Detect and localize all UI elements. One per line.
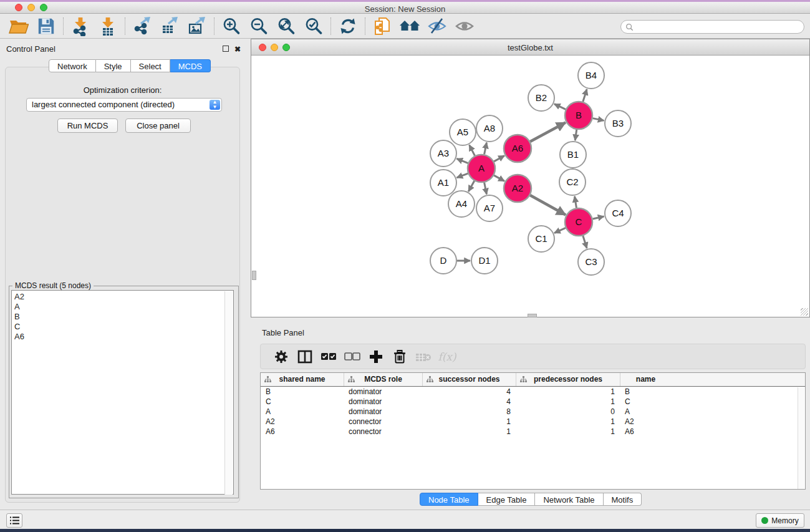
graph-edge-B-B3[interactable] — [593, 118, 604, 121]
delete-columns-icon[interactable] — [388, 347, 412, 366]
graph-edge-B-B2[interactable] — [554, 104, 566, 110]
graph-node-D[interactable]: D — [430, 248, 456, 274]
tab-network[interactable]: Network — [49, 59, 96, 72]
result-list-scrollbar[interactable] — [224, 291, 233, 495]
graph-node-C3[interactable]: C3 — [578, 249, 604, 275]
graph-node-A5[interactable]: A5 — [450, 119, 476, 145]
column-header-name[interactable]: name — [620, 373, 671, 386]
graph-edge-B-B4[interactable] — [583, 89, 587, 102]
graph-node-A7[interactable]: A7 — [476, 195, 503, 221]
graph-node-C2[interactable]: C2 — [559, 169, 586, 195]
table-cell[interactable]: A2 — [261, 417, 344, 427]
graph-edge-A-A7[interactable] — [485, 183, 487, 195]
table-row[interactable]: Bdominator41B — [261, 387, 805, 397]
column-header-predecessor-nodes[interactable]: predecessor nodes — [516, 373, 620, 386]
memory-button[interactable]: Memory — [756, 513, 804, 528]
table-cell[interactable]: dominator — [344, 397, 422, 407]
tab-motifs[interactable]: Motifs — [604, 493, 642, 506]
table-cell[interactable]: B — [261, 387, 344, 397]
select-all-icon[interactable] — [317, 347, 340, 366]
tab-mcds[interactable]: MCDS — [170, 59, 211, 72]
graph-edge-C-C4[interactable] — [592, 216, 604, 219]
run-mcds-button[interactable]: Run MCDS — [57, 118, 118, 133]
tab-style[interactable]: Style — [96, 59, 131, 72]
float-panel-icon[interactable] — [223, 45, 229, 54]
close-panel-button[interactable]: Close panel — [125, 118, 191, 133]
table-cell[interactable]: dominator — [344, 407, 422, 417]
graph-edge-A-A2[interactable] — [494, 175, 504, 181]
deselect-all-icon[interactable] — [340, 347, 364, 366]
copy-network-icon[interactable] — [369, 15, 396, 37]
graph-node-B2[interactable]: B2 — [528, 85, 554, 111]
table-cell[interactable]: 1 — [516, 417, 620, 427]
graph-edge-C-C1[interactable] — [554, 228, 566, 233]
mcds-result-item[interactable]: A6 — [14, 332, 233, 342]
graph-node-B4[interactable]: B4 — [578, 62, 604, 89]
table-cell[interactable]: B — [620, 387, 671, 397]
mcds-result-list[interactable]: A2ABCA6 — [11, 290, 234, 495]
import-table-icon[interactable] — [94, 15, 122, 37]
graph-edge-A-A6[interactable] — [494, 156, 504, 162]
graph-node-B3[interactable]: B3 — [605, 110, 631, 137]
table-row[interactable]: Adominator80A — [261, 407, 805, 417]
table-cell[interactable]: 1 — [422, 427, 516, 437]
table-row[interactable]: A2connector11A2 — [261, 417, 805, 427]
column-header-MCDS-role[interactable]: MCDS role — [344, 373, 422, 386]
graph-node-A8[interactable]: A8 — [476, 115, 503, 142]
table-cell[interactable]: dominator — [344, 387, 422, 397]
close-panel-icon[interactable]: ✖ — [234, 45, 241, 54]
table-cell[interactable]: 1 — [516, 387, 620, 397]
refresh-icon[interactable] — [334, 15, 362, 37]
export-network-icon[interactable] — [128, 15, 156, 37]
table-cell[interactable]: C — [620, 397, 671, 407]
zoom-out-icon[interactable] — [245, 15, 272, 37]
table-cell[interactable]: A — [261, 407, 344, 417]
show-details-icon[interactable] — [451, 15, 478, 37]
search-input[interactable] — [634, 21, 804, 32]
table-row[interactable]: Cdominator41C — [261, 397, 805, 407]
table-cell[interactable]: C — [261, 397, 344, 407]
graph-edge-A6-B[interactable] — [530, 122, 566, 142]
criterion-dropdown[interactable]: largest connected component (directed) ▲… — [26, 98, 222, 112]
graph-edge-A-A4[interactable] — [468, 181, 474, 191]
column-header-successor-nodes[interactable]: successor nodes — [422, 373, 516, 386]
zoom-fit-icon[interactable] — [272, 15, 300, 37]
window-resize-handle[interactable] — [801, 308, 808, 316]
graph-node-C[interactable]: C — [565, 208, 592, 236]
export-table-icon[interactable] — [156, 15, 183, 37]
table-cell[interactable]: 1 — [516, 427, 620, 437]
hide-details-icon[interactable] — [423, 15, 451, 37]
table-cell[interactable]: 0 — [516, 407, 620, 417]
network-canvas[interactable]: B4B2BB3A5A8A6A3B1AC2A1A2A4A7C4CC1C3DD1 — [251, 56, 809, 317]
import-network-icon[interactable] — [67, 15, 94, 37]
graph-node-A6[interactable]: A6 — [504, 135, 531, 162]
table-cell[interactable]: connector — [344, 427, 422, 437]
network-vertical-scrollbar[interactable] — [252, 271, 256, 280]
tab-node-table[interactable]: Node Table — [420, 493, 478, 506]
graph-node-C4[interactable]: C4 — [605, 200, 631, 226]
table-cell[interactable]: 8 — [422, 407, 516, 417]
graph-edge-A2-C[interactable] — [530, 195, 566, 215]
mcds-result-item[interactable]: B — [14, 312, 233, 322]
table-cell[interactable]: 1 — [422, 417, 516, 427]
table-cell[interactable]: 1 — [516, 397, 620, 407]
table-cell[interactable]: A — [620, 407, 671, 417]
mcds-result-item[interactable]: A — [14, 302, 233, 312]
zoom-in-icon[interactable] — [218, 15, 245, 37]
task-history-button[interactable] — [6, 513, 22, 528]
network-overview-icon[interactable] — [396, 15, 423, 37]
search-box[interactable] — [620, 20, 804, 34]
add-column-icon[interactable] — [364, 347, 388, 366]
graph-node-A4[interactable]: A4 — [448, 191, 475, 217]
split-panel-icon[interactable] — [293, 347, 317, 366]
open-session-icon[interactable] — [5, 15, 32, 37]
network-window-titlebar[interactable]: testGlobe.txt — [251, 39, 809, 56]
table-cell[interactable]: A6 — [620, 427, 671, 437]
graph-edge-C-C2[interactable] — [575, 196, 577, 208]
export-image-icon[interactable] — [183, 15, 211, 37]
graph-node-C1[interactable]: C1 — [528, 226, 554, 252]
network-horizontal-scrollbar[interactable] — [528, 314, 537, 317]
table-cell[interactable]: A2 — [620, 417, 671, 427]
graph-node-A[interactable]: A — [468, 155, 495, 182]
graph-edge-A-A5[interactable] — [470, 145, 475, 155]
